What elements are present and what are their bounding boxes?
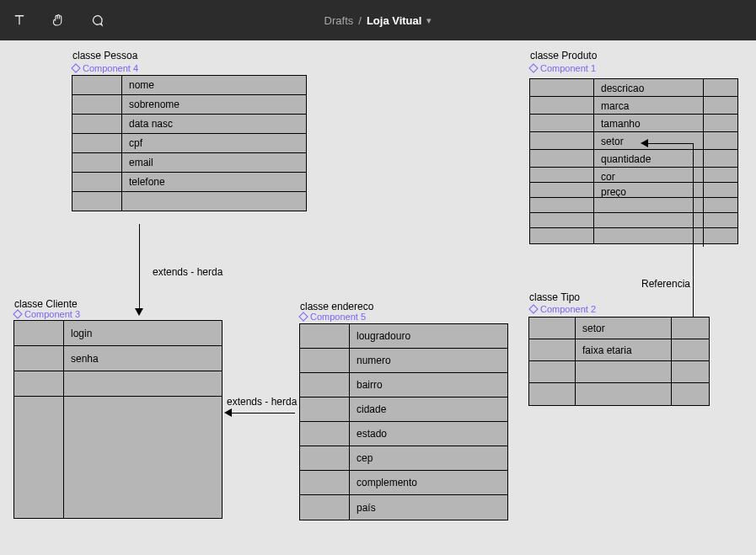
class-title-cliente: classe Cliente — [14, 298, 78, 310]
table-row — [14, 371, 222, 397]
table-row: lougradouro — [300, 324, 507, 349]
component-label-text: Component 2 — [540, 304, 596, 314]
table-row: tamanho — [530, 115, 737, 132]
table-row: preço — [530, 183, 737, 198]
table-row: cpf — [72, 134, 306, 153]
component-icon — [528, 304, 538, 313]
cell-value: cidade — [350, 398, 507, 421]
table-row: sobrenome — [72, 95, 306, 115]
cell-value — [576, 383, 672, 405]
cell-value — [64, 371, 222, 396]
edge-label-extends2: extends - herda — [227, 396, 297, 408]
table-row: telefone — [72, 173, 306, 192]
table-row — [14, 397, 222, 518]
toolbar-icon-group — [12, 13, 105, 28]
table-pessoa[interactable]: nome sobrenome data nasc cpf email telef… — [72, 75, 307, 211]
canvas[interactable]: classe Pessoa Component 4 nome sobrenome… — [0, 40, 756, 555]
cell-value: nome — [122, 76, 306, 94]
class-title-produto: classe Produto — [530, 50, 597, 61]
table-row: numero — [300, 349, 507, 373]
class-title-pessoa: classe Pessoa — [72, 50, 137, 61]
arrow-head-down-icon — [135, 308, 143, 316]
table-row: quantidade — [530, 150, 737, 168]
table-endereco[interactable]: lougradouro numero bairro cidade estado … — [299, 323, 508, 520]
component-icon — [298, 312, 308, 321]
table-row — [529, 383, 709, 405]
table-cliente[interactable]: login senha — [13, 320, 223, 519]
cell-value: lougradouro — [350, 324, 507, 348]
table-row — [72, 192, 306, 211]
class-title-tipo: classe Tipo — [529, 291, 580, 303]
component-label-pessoa[interactable]: Component 4 — [72, 63, 138, 73]
cell-value: login — [64, 321, 222, 345]
cell-value — [122, 192, 306, 211]
component-label-endereco[interactable]: Component 5 — [300, 312, 366, 322]
cell-value: numero — [350, 349, 507, 372]
table-row: cidade — [300, 398, 507, 422]
cell-value: email — [122, 153, 306, 172]
cell-value: setor — [594, 132, 704, 151]
breadcrumb-separator: / — [358, 14, 362, 27]
cell-value: cpf — [122, 134, 306, 152]
table-row: data nasc — [72, 115, 306, 134]
cell-value: estado — [350, 422, 507, 446]
table-row: descricao — [530, 79, 737, 97]
table-row: email — [72, 153, 306, 173]
cell-value: faixa etaria — [576, 339, 672, 360]
cell-value: setor — [576, 318, 672, 339]
table-row: nome — [72, 76, 306, 95]
component-label-produto[interactable]: Component 1 — [530, 63, 596, 73]
cell-value: descricao — [594, 79, 704, 98]
arrow-tipo-produto-v — [693, 143, 694, 317]
arrow-pessoa-cliente — [139, 224, 140, 308]
table-row: login — [14, 321, 222, 346]
component-icon — [528, 63, 538, 72]
breadcrumb[interactable]: Drafts / Loja Vitual ▾ — [324, 14, 432, 27]
cell-value: telefone — [122, 173, 306, 191]
class-title-endereco: classe endereco — [300, 301, 373, 312]
table-row: país — [300, 495, 507, 520]
cell-value: tamanho — [594, 115, 704, 133]
text-tool-icon[interactable] — [12, 13, 27, 28]
table-row: cor — [530, 168, 737, 183]
component-icon — [71, 63, 80, 72]
table-row: bairro — [300, 373, 507, 398]
hand-tool-icon[interactable] — [51, 13, 66, 28]
table-row: setor — [529, 318, 709, 339]
cell-value — [576, 361, 672, 382]
cell-value: marca — [594, 97, 704, 115]
table-row: senha — [14, 346, 222, 371]
component-label-text: Component 5 — [310, 312, 366, 322]
table-row: setor — [530, 132, 737, 150]
cell-value — [594, 228, 704, 247]
arrow-endereco-cliente — [231, 413, 295, 414]
cell-value: quantidade — [594, 150, 704, 168]
table-tipo[interactable]: setor faixa etaria — [528, 317, 710, 406]
comment-icon[interactable] — [89, 13, 105, 28]
edge-label-referencia: Referencia — [641, 278, 690, 290]
table-row: marca — [530, 97, 737, 115]
table-row: cep — [300, 446, 507, 471]
component-label-text: Component 3 — [24, 309, 80, 319]
cell-value: país — [350, 495, 507, 520]
table-produto[interactable]: descricao marca tamanho setor quantidade… — [529, 78, 738, 244]
table-row — [530, 213, 737, 228]
arrow-head-left-icon — [641, 139, 648, 147]
table-row — [529, 361, 709, 383]
edge-label-extends1: extends - herda — [153, 266, 223, 278]
breadcrumb-root[interactable]: Drafts — [324, 14, 354, 27]
arrow-tipo-produto-h — [647, 143, 694, 144]
page-title[interactable]: Loja Vitual — [367, 14, 422, 27]
component-label-text: Component 1 — [540, 63, 596, 73]
cell-value: complemento — [350, 471, 507, 494]
component-label-tipo[interactable]: Component 2 — [530, 304, 596, 314]
table-row: estado — [300, 422, 507, 446]
table-row: complemento — [300, 471, 507, 495]
table-row: faixa etaria — [529, 339, 709, 361]
cell-value: senha — [64, 346, 222, 371]
component-label-cliente[interactable]: Component 3 — [14, 309, 80, 319]
table-row — [530, 198, 737, 213]
table-row — [530, 228, 737, 243]
chevron-down-icon[interactable]: ▾ — [426, 15, 432, 26]
cell-value: sobrenome — [122, 95, 306, 114]
